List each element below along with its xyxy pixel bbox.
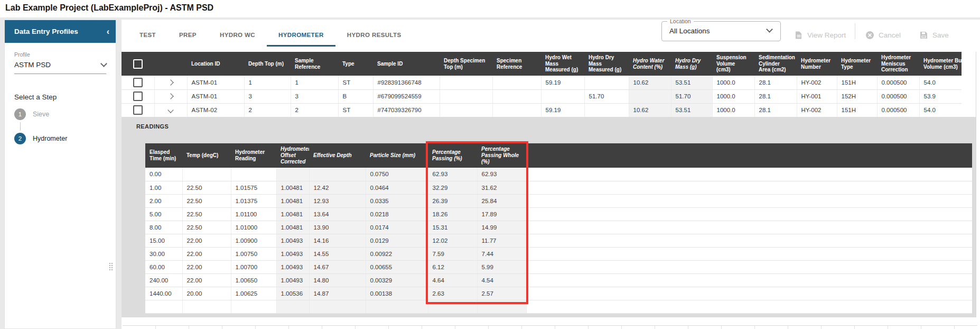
tab-prep[interactable]: PREP [167, 26, 208, 47]
cell-type[interactable]: ST [338, 103, 373, 117]
cell-sample-id[interactable]: #679099524559 [373, 89, 440, 103]
cell-hydrometer-bulb-volume-cm3[interactable]: 54.0 [919, 76, 962, 89]
cell-hydrometer-meniscus-correction[interactable]: 0.000500 [877, 103, 919, 117]
cell-hydro-wet-mass-measured-g[interactable]: 59.19 [541, 103, 584, 117]
cell-hydro-dry-mass-measured-g[interactable] [584, 103, 629, 117]
reading-cell-hydrometer-reading[interactable] [231, 300, 276, 313]
reading-cell-elasped-time-min[interactable]: 60.00 [145, 260, 182, 273]
reading-cell-elasped-time-min[interactable]: 1.00 [145, 181, 182, 194]
reading-cell-elasped-time-min[interactable]: 1440.00 [145, 287, 182, 300]
cell-sample-reference[interactable]: 2 [291, 103, 338, 117]
cell-hydrometer-meniscus-correction[interactable]: 0.000500 [877, 89, 919, 103]
cell-suspension-volume-cm3[interactable]: 1000.0 [712, 89, 754, 103]
cell-sedimentation-cylinder-area-cm2[interactable]: 28.1 [754, 103, 797, 117]
reading-cell-elasped-time-min[interactable]: 2.00 [145, 194, 182, 207]
cell-hydrometer-type[interactable]: 151H [837, 76, 877, 89]
tab-hydro-wc[interactable]: HYDRO WC [208, 26, 267, 47]
cell-hydro-wet-mass-measured-g[interactable]: 59.19 [541, 76, 584, 89]
expand-row-icon[interactable] [167, 93, 173, 99]
reading-cell-hydrometer-reading[interactable]: 1.00625 [231, 287, 276, 300]
cell-hydro-dry-mass-measured-g[interactable] [584, 76, 629, 89]
reading-cell-elasped-time-min[interactable]: 0.00 [145, 168, 182, 181]
cell-location-id[interactable]: ASTM-02 [187, 103, 244, 117]
reading-cell-temp-degc[interactable]: 22.00 [182, 234, 231, 247]
reading-cell-hydrometer-reading[interactable]: 1.00650 [231, 273, 276, 287]
cell-sample-reference[interactable]: 1 [291, 76, 338, 89]
step-item-sieve[interactable]: 1Sieve [14, 108, 116, 120]
reading-cell-temp-degc[interactable] [182, 300, 231, 313]
location-select[interactable]: Location All Locations [661, 21, 781, 41]
collapse-sidebar-icon[interactable]: ‹ [107, 28, 109, 36]
reading-cell-temp-degc[interactable]: 20.00 [182, 287, 231, 300]
cell-hydrometer-bulb-volume-cm3[interactable]: 54.0 [919, 103, 962, 117]
reading-cell-hydrometer-reading[interactable]: 1.01375 [231, 194, 276, 207]
reading-cell-hydrometer-reading[interactable]: 1.01575 [231, 181, 276, 194]
reading-cell-temp-degc[interactable]: 22.00 [182, 247, 231, 260]
reading-cell-temp-degc[interactable]: 22.50 [182, 207, 231, 221]
reading-cell-temp-degc[interactable] [182, 168, 231, 181]
reading-cell-elasped-time-min[interactable]: 240.00 [145, 273, 182, 287]
cell-specimen-reference[interactable] [492, 89, 541, 103]
cell-suspension-volume-cm3[interactable]: 1000.0 [712, 76, 754, 89]
reading-cell-hydrometer-reading[interactable]: 1.01000 [231, 221, 276, 234]
cell-depth-top-m[interactable]: 2 [244, 103, 291, 117]
cell-sample-id[interactable]: #928391366748 [373, 76, 440, 89]
cell-sedimentation-cylinder-area-cm2[interactable]: 28.1 [754, 76, 797, 89]
profile-select[interactable]: ASTM PSD [14, 61, 106, 74]
reading-cell-hydrometer-reading[interactable]: 1.00900 [231, 234, 276, 247]
cell-specimen-reference[interactable] [492, 103, 541, 117]
cell-hydrometer-number[interactable]: HY-001 [797, 89, 837, 103]
reading-cell-temp-degc[interactable]: 22.00 [182, 260, 231, 273]
cell-hydro-dry-mass-measured-g[interactable]: 51.70 [584, 89, 629, 103]
cell-type[interactable]: B [338, 89, 373, 103]
cell-specimen-reference[interactable] [492, 76, 541, 89]
cell-hydrometer-bulb-volume-cm3[interactable]: 53.9 [919, 89, 962, 103]
reading-cell-hydrometer-reading[interactable]: 1.00700 [231, 260, 276, 273]
reading-cell-elasped-time-min[interactable]: 8.00 [145, 221, 182, 234]
row-checkbox[interactable] [133, 92, 143, 101]
select-all-checkbox[interactable] [133, 59, 143, 69]
step-item-hydrometer[interactable]: 2Hydrometer [14, 133, 116, 144]
reading-cell-elasped-time-min[interactable]: 5.00 [145, 207, 182, 221]
reading-cell-temp-degc[interactable]: 22.50 [182, 221, 231, 234]
cell-location-id[interactable]: ASTM-01 [187, 76, 244, 89]
cell-suspension-volume-cm3[interactable]: 1000.0 [712, 103, 754, 117]
cell-depth-specimen-top-m[interactable] [440, 89, 492, 103]
save-button[interactable]: Save [919, 26, 949, 43]
grid-scrollbar[interactable] [976, 52, 976, 316]
cell-depth-top-m[interactable]: 1 [244, 76, 291, 89]
cell-hydrometer-number[interactable]: HY-002 [797, 76, 837, 89]
sidebar-resize-handle[interactable] [109, 263, 113, 270]
tab-test[interactable]: TEST [128, 26, 167, 47]
collapse-row-icon[interactable] [167, 107, 173, 113]
cell-depth-specimen-top-m[interactable] [440, 103, 492, 117]
cell-sedimentation-cylinder-area-cm2[interactable]: 28.1 [754, 89, 797, 103]
reading-cell-hydrometer-reading[interactable]: 1.01100 [231, 207, 276, 221]
tab-hydro-results[interactable]: HYDRO RESULTS [335, 26, 413, 47]
reading-cell-hydrometer-reading[interactable] [231, 168, 276, 181]
row-checkbox[interactable] [133, 78, 143, 87]
cell-type[interactable]: ST [338, 76, 373, 89]
cell-location-id[interactable]: ASTM-01 [187, 89, 244, 103]
view-report-button[interactable]: View Report [794, 26, 846, 43]
cell-hydrometer-meniscus-correction[interactable]: 0.000500 [877, 76, 919, 89]
cancel-button[interactable]: Cancel [865, 26, 901, 43]
cell-depth-top-m[interactable]: 3 [244, 89, 291, 103]
cell-hydrometer-type[interactable]: 152H [837, 89, 877, 103]
reading-cell-temp-degc[interactable]: 22.00 [182, 273, 231, 287]
reading-cell-elasped-time-min[interactable]: 30.00 [145, 247, 182, 260]
cell-hydrometer-number[interactable]: HY-002 [797, 103, 837, 117]
reading-cell-temp-degc[interactable]: 22.50 [182, 181, 231, 194]
reading-cell-elasped-time-min[interactable] [145, 300, 182, 313]
reading-cell-hydrometer-reading[interactable]: 1.00750 [231, 247, 276, 260]
cell-hydrometer-type[interactable]: 151H [837, 103, 877, 117]
cell-hydro-wet-mass-measured-g[interactable] [541, 89, 584, 103]
expand-row-icon[interactable] [167, 79, 173, 85]
row-checkbox[interactable] [133, 105, 143, 115]
reading-cell-temp-degc[interactable]: 22.50 [182, 194, 231, 207]
cell-depth-specimen-top-m[interactable] [440, 76, 492, 89]
tab-hydrometer[interactable]: HYDROMETER [267, 26, 335, 47]
cell-sample-reference[interactable]: 3 [291, 89, 338, 103]
cell-sample-id[interactable]: #747039326790 [373, 103, 440, 117]
reading-cell-elasped-time-min[interactable]: 15.00 [145, 234, 182, 247]
